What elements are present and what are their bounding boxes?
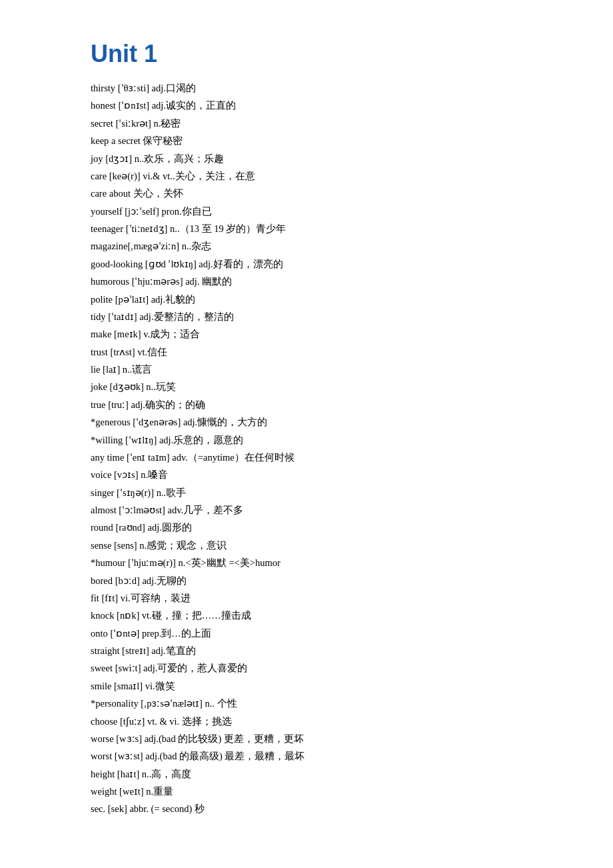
- vocab-item: lie [laɪ] n..谎言: [91, 361, 522, 378]
- vocab-item: good-looking [ɡʊd ˈlʊkɪŋ] adj.好看的，漂亮的: [91, 256, 522, 273]
- vocab-item: tidy [ˈtaɪdɪ] adj.爱整洁的，整洁的: [91, 309, 522, 325]
- vocab-item: singer [ˈsɪŋə(r)] n..歌手: [91, 485, 522, 501]
- vocab-item: *humour [ˈhjuːmə(r)] n.<英>幽默 =<美>humor: [91, 555, 522, 571]
- vocab-item: yourself [jɔːˈself] pron.你自已: [91, 203, 522, 220]
- vocab-item: knock [nɒk] vt.碰，撞；把……撞击成: [91, 607, 522, 624]
- vocab-item: teenager [ˈtiːneɪdʒ] n..（13 至 19 岁的）青少年: [91, 221, 522, 237]
- vocab-item: keep a secret 保守秘密: [91, 133, 522, 149]
- vocab-item: magazine[ˌmægəˈziːn] n..杂志: [91, 238, 522, 255]
- vocab-item: *generous [ˈdʒenərəs] adj.慷慨的，大方的: [91, 414, 522, 431]
- vocab-item: sweet [swiːt] adj.可爱的，惹人喜爱的: [91, 660, 522, 677]
- vocab-item: any time [ˈenɪ taɪm] adv.（=anytime）在任何时候: [91, 449, 522, 466]
- vocab-item: trust [trʌst] vt.信任: [91, 344, 522, 361]
- vocabulary-list: thirsty [ˈθɜːsti] adj.口渴的honest [ˈɒnɪst]…: [91, 80, 522, 818]
- vocab-item: secret [ˈsiːkrət] n.秘密: [91, 115, 522, 132]
- vocab-item: fit [fɪt] vi.可容纳，装进: [91, 590, 522, 607]
- vocab-item: bored [bɔːd] adj.无聊的: [91, 573, 522, 589]
- vocab-item: onto [ˈɒntə] prep.到…的上面: [91, 625, 522, 642]
- vocab-item: humorous [ˈhjuːmərəs] adj. 幽默的: [91, 273, 522, 290]
- vocab-item: care about 关心，关怀: [91, 185, 522, 202]
- vocab-item: choose [tʃuːz] vt. & vi. 选择；挑选: [91, 713, 522, 730]
- vocab-item: *personality [ˌpɜːsəˈnælətɪ] n.. 个性: [91, 695, 522, 712]
- vocab-item: smile [smaɪl] vi.微笑: [91, 678, 522, 695]
- vocab-item: height [haɪt] n..高，高度: [91, 766, 522, 783]
- vocab-item: polite [pəˈlaɪt] adj.礼貌的: [91, 291, 522, 308]
- vocab-item: sec. [sek] abbr. (= second) 秒: [91, 801, 522, 817]
- vocab-item: make [meɪk] v.成为；适合: [91, 326, 522, 343]
- vocab-item: almost [ˈɔːlməʊst] adv.几乎，差不多: [91, 502, 522, 519]
- vocab-item: joy [dʒɔɪ] n..欢乐，高兴；乐趣: [91, 151, 522, 167]
- vocab-item: weight [weɪt] n.重量: [91, 783, 522, 800]
- vocab-item: worst [wɜːst] adj.(bad 的最高级) 最差，最糟，最坏: [91, 748, 522, 765]
- vocab-item: honest [ˈɒnɪst] adj.诚实的，正直的: [91, 97, 522, 114]
- vocab-item: thirsty [ˈθɜːsti] adj.口渴的: [91, 80, 522, 97]
- vocab-item: care [keə(r)] vi.& vt..关心，关注，在意: [91, 168, 522, 185]
- vocab-item: true [truː] adj.确实的；的确: [91, 397, 522, 413]
- vocab-item: sense [sens] n.感觉；观念，意识: [91, 537, 522, 554]
- vocab-item: *willing [ˈwɪlɪŋ] adj.乐意的，愿意的: [91, 432, 522, 449]
- vocab-item: round [raʊnd] adj.圆形的: [91, 519, 522, 536]
- vocab-item: worse [wɜːs] adj.(bad 的比较级) 更差，更糟，更坏: [91, 731, 522, 747]
- vocab-item: straight [streɪt] adj.笔直的: [91, 643, 522, 659]
- unit-title: Unit 1: [91, 40, 522, 68]
- vocab-item: voice [vɔɪs] n.嗓音: [91, 467, 522, 483]
- vocab-item: joke [dʒəʊk] n..玩笑: [91, 379, 522, 395]
